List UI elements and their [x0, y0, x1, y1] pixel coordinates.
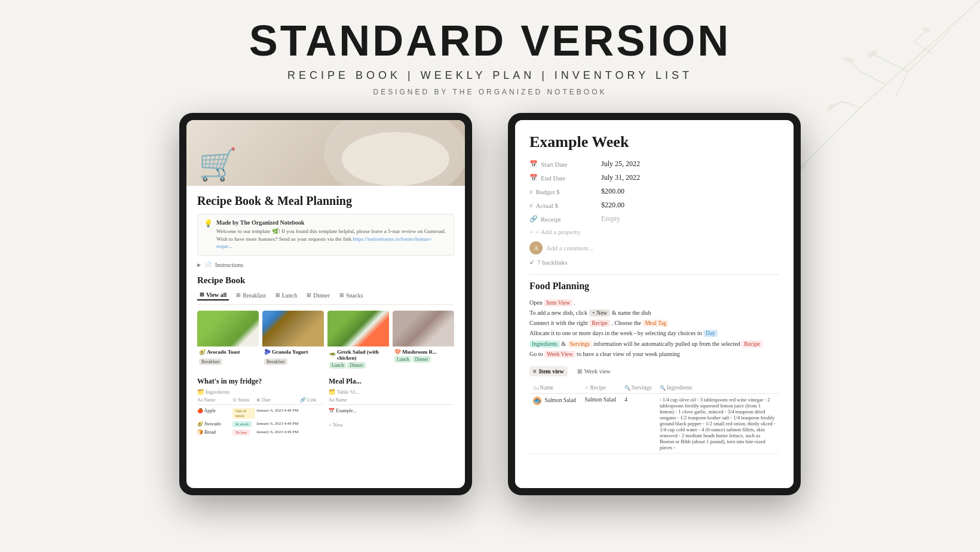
- instr-line-4: Allocate it to one or more days in the w…: [529, 328, 779, 338]
- fridge-row-avocado[interactable]: 🥑 Avocado In stock January 6, 2023 4:49 …: [197, 420, 323, 428]
- breakfast-icon: ⊞: [236, 292, 241, 298]
- fridge-row-apple[interactable]: 🍎 Apple Out of stock January 6, 2023 4:4…: [197, 407, 323, 420]
- fridge-icon: 🗂️: [197, 389, 204, 395]
- bread-status: To buy: [232, 430, 255, 436]
- mushroom-tag-dinner: Dinner: [412, 356, 430, 363]
- callout-text-1: Welcome to our template 🌿! If you found …: [216, 228, 448, 235]
- grocery-bag-icon: 🛒: [198, 146, 237, 183]
- plus-icon: +: [529, 228, 533, 235]
- svg-point-18: [342, 132, 449, 186]
- instructions-block: Open Item View . To add a new dish, clic…: [529, 298, 779, 359]
- recipe-card-mushroom[interactable]: 🍄 Mushroom R... Lunch Dinner: [393, 311, 454, 370]
- tab-view-all[interactable]: ⊞ View all: [197, 290, 229, 300]
- instructions-row[interactable]: ▶ 📄 Instructions: [197, 262, 454, 268]
- food-table: Aa Name ↗ Recipe 🔍 Servings: [529, 382, 779, 454]
- servings-highlight: Servings: [568, 341, 592, 348]
- item-view-icon: ≡: [533, 368, 537, 375]
- avocado-name: 🥑 Avocado Toast: [199, 349, 257, 355]
- tab-week-view[interactable]: ⊞ Week view: [574, 366, 614, 376]
- bottom-sections: What's in my fridge? 🗂️ Ingredients Aa N…: [197, 377, 454, 437]
- calendar-icon-2: 📅: [529, 174, 538, 182]
- col-link: 🔗 Link: [300, 397, 323, 403]
- apple-link: [300, 408, 323, 419]
- callout-title: Made by The Organized Notebook: [216, 219, 448, 226]
- th-ingredients: 🔍 Ingredients: [656, 382, 779, 394]
- recipe-grid: 🥑 Avocado Toast Breakfast 🫐 Granol: [197, 311, 454, 370]
- recipe-card-avocado[interactable]: 🥑 Avocado Toast Breakfast: [197, 311, 259, 370]
- hash-icon-1: #: [529, 188, 533, 195]
- tab-item-view[interactable]: ≡ Item view: [529, 366, 568, 376]
- recipe-highlight-2: Recipe: [742, 341, 762, 348]
- prop-actual: # Actual $ $220.00: [529, 201, 779, 210]
- comment-row[interactable]: A Add a comment...: [529, 241, 779, 254]
- tab-dinner[interactable]: ⊞ Dinner: [304, 290, 332, 300]
- tab-breakfast[interactable]: ⊞ Breakfast: [234, 290, 268, 300]
- recipe-tabs: ⊞ View all ⊞ Breakfast ⊞ Lunch ⊞ Dinner: [197, 290, 454, 305]
- tab-snacks[interactable]: ⊞ Snacks: [337, 290, 365, 300]
- fridge-title: What's in my fridge?: [197, 377, 323, 386]
- svg-line-9: [843, 102, 860, 108]
- meal-tag-highlight: Meal Tag: [642, 320, 669, 327]
- header: STANDARD VERSION RECIPE BOOK | WEEKLY PL…: [0, 0, 980, 96]
- salad-img: [327, 311, 389, 346]
- dinner-icon: ⊞: [307, 292, 311, 298]
- avocado-date: January 6, 2023 4:49 PM: [256, 421, 299, 427]
- prop-receipt: 🔗 Receipt Empty: [529, 214, 779, 223]
- avocado-tag: Breakfast: [199, 358, 222, 365]
- subtitle: RECIPE BOOK | WEEKLY PLAN | INVENTORY LI…: [0, 69, 980, 82]
- avocado-label: 🥑 Avocado Toast Breakfast: [197, 346, 259, 367]
- end-date-label: 📅 End Date: [529, 174, 601, 182]
- fridge-row-bread[interactable]: 🍞 Bread To buy January 6, 2023 4:49 PM: [197, 428, 323, 437]
- granola-tag: Breakfast: [264, 358, 287, 365]
- meal-new-button[interactable]: + New: [329, 418, 454, 429]
- start-date-label: 📅 Start Date: [529, 160, 601, 168]
- col-name: Aa Name: [197, 397, 231, 403]
- meal-subtitle: 🗂️ Table Vi...: [329, 389, 454, 395]
- th-servings-icon: 🔍: [624, 385, 632, 391]
- backlinks[interactable]: ↙ 7 backlinks: [529, 258, 779, 266]
- avocado-link: [300, 421, 323, 427]
- bread-date: January 6, 2023 4:49 PM: [256, 430, 299, 436]
- tab-lunch[interactable]: ⊞ Lunch: [273, 290, 300, 300]
- week-title: Example Week: [529, 133, 779, 151]
- meal-title: Meal Pla...: [329, 377, 454, 386]
- salad-label: 🥗 Greek Salad (with chicken) Lunch Dinne…: [327, 346, 389, 370]
- avocado-status: In stock: [232, 421, 255, 427]
- col-date: ⊕ Date: [256, 397, 299, 403]
- actual-value: $220.00: [601, 201, 624, 210]
- meal-example: 📅 Example...: [329, 408, 454, 413]
- instr-line-5: Ingredients & Servings information will …: [529, 339, 779, 349]
- salmon-servings-cell: 4: [621, 393, 656, 453]
- receipt-label: 🔗 Receipt: [529, 215, 601, 223]
- backlink-icon: ↙: [529, 258, 535, 266]
- meal-col-name: Aa Name: [329, 397, 363, 403]
- granola-img: [262, 311, 324, 346]
- recipe-card-salad[interactable]: 🥗 Greek Salad (with chicken) Lunch Dinne…: [327, 311, 389, 370]
- link-icon: 🔗: [529, 215, 538, 223]
- apple-name: 🍎 Apple: [197, 408, 231, 419]
- recipe-card-granola[interactable]: 🫐 Granola Yogurt Breakfast: [262, 311, 324, 370]
- salmon-recipe-cell: Salmon Salad: [581, 393, 620, 453]
- salad-name: 🥗 Greek Salad (with chicken): [329, 349, 387, 361]
- left-tablet: 🛒 Recipe Book & Meal Planning 💡 Made by …: [179, 113, 472, 495]
- add-property-button[interactable]: + + Add a property: [529, 228, 779, 235]
- page-title: Recipe Book & Meal Planning: [197, 194, 454, 208]
- day-highlight: Day: [703, 330, 718, 337]
- instr-line-3: Connect it with the right Recipe . Choos…: [529, 318, 779, 328]
- salmon-ingredients-cell: - 1/4 cup olive oil - 3 tablespoons red …: [656, 393, 779, 453]
- hero-image: 🛒: [186, 120, 465, 186]
- week-view-icon: ⊞: [577, 368, 582, 375]
- week-view-highlight: Week View: [544, 351, 575, 358]
- food-planning-title: Food Planning: [529, 281, 779, 292]
- meal-header: Aa Name: [329, 397, 454, 405]
- meal-section: Meal Pla... 🗂️ Table Vi... Aa Name 📅 Exa…: [329, 377, 454, 437]
- salmon-name-cell: 🐟 Salmon Salad: [529, 393, 581, 453]
- apple-date: January 6, 2023 4:48 PM: [256, 408, 299, 419]
- table-row-salmon[interactable]: 🐟 Salmon Salad Salmon Salad 4 - 1/4 cup …: [529, 393, 779, 453]
- meal-row-example[interactable]: 📅 Example...: [329, 407, 454, 415]
- bread-link: [300, 430, 323, 436]
- mushroom-img: [393, 311, 454, 346]
- callout-text-2: Wish to have more features? Send us your…: [216, 235, 448, 250]
- th-name: Aa Name: [529, 382, 581, 394]
- granola-name: 🫐 Granola Yogurt: [264, 349, 322, 355]
